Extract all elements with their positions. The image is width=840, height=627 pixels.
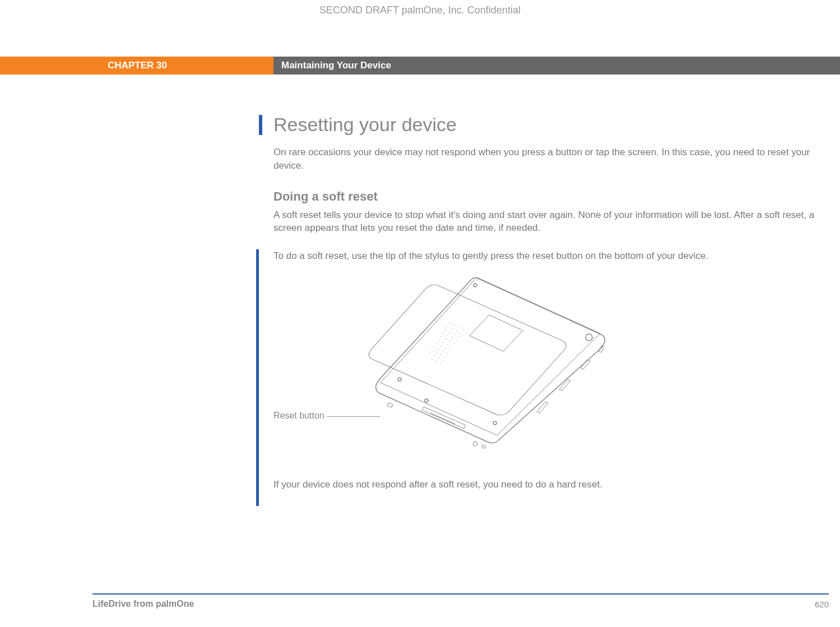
svg-point-21 xyxy=(456,340,457,341)
svg-point-4 xyxy=(493,421,496,425)
subsection-title: Doing a soft reset xyxy=(273,189,829,204)
svg-point-31 xyxy=(440,345,442,346)
section-intro: On rare occasions your device may not re… xyxy=(273,146,829,173)
svg-rect-0 xyxy=(366,282,570,417)
svg-point-1 xyxy=(474,284,477,287)
svg-point-49 xyxy=(440,363,442,364)
svg-point-20 xyxy=(452,337,453,338)
svg-point-29 xyxy=(452,346,453,347)
svg-point-18 xyxy=(443,333,444,334)
svg-point-36 xyxy=(443,351,444,352)
main-content: Resetting your device On rare occasions … xyxy=(273,114,829,506)
svg-point-38 xyxy=(431,350,433,351)
svg-point-47 xyxy=(431,359,433,360)
svg-point-19 xyxy=(447,335,448,336)
instruction-text: To do a soft reset, use the tip of the s… xyxy=(273,249,829,263)
svg-point-34 xyxy=(434,346,435,347)
svg-point-26 xyxy=(438,340,439,341)
svg-point-3 xyxy=(398,378,401,381)
followup-text: If your device does not respond after a … xyxy=(273,478,829,491)
reset-button-callout: Reset button xyxy=(273,411,324,421)
subsection-description: A soft reset tells your device to stop w… xyxy=(273,208,829,235)
instruction-block: To do a soft reset, use the tip of the s… xyxy=(256,249,829,506)
svg-point-22 xyxy=(440,336,442,337)
svg-point-13 xyxy=(461,333,462,334)
svg-point-37 xyxy=(447,353,448,354)
svg-point-30 xyxy=(436,343,437,344)
page-footer: LifeDrive from palmOne 620 xyxy=(92,593,829,609)
svg-point-33 xyxy=(449,350,451,351)
section-title: Resetting your device xyxy=(273,114,457,136)
svg-point-17 xyxy=(458,336,460,337)
section-marker-icon xyxy=(259,115,262,135)
svg-point-42 xyxy=(429,353,430,354)
svg-point-35 xyxy=(438,349,439,350)
svg-point-28 xyxy=(447,344,448,345)
svg-point-23 xyxy=(445,338,446,340)
svg-point-7 xyxy=(454,325,455,326)
section-heading-wrap: Resetting your device xyxy=(259,114,829,136)
svg-point-24 xyxy=(449,341,451,342)
svg-point-43 xyxy=(434,355,435,356)
svg-point-40 xyxy=(440,354,442,355)
svg-point-8 xyxy=(458,327,460,328)
svg-point-12 xyxy=(456,331,457,332)
svg-point-6 xyxy=(449,323,451,324)
svg-point-45 xyxy=(443,360,444,361)
svg-point-14 xyxy=(445,329,446,331)
svg-point-25 xyxy=(454,343,455,344)
device-figure: Reset button xyxy=(273,273,829,463)
footer-page-number: 620 xyxy=(815,600,829,609)
draft-notice: SECOND DRAFT palmOne, Inc. Confidential xyxy=(0,0,840,16)
svg-point-41 xyxy=(445,356,446,357)
svg-point-48 xyxy=(436,361,437,362)
svg-point-11 xyxy=(452,328,453,329)
svg-point-51 xyxy=(482,445,485,448)
svg-point-39 xyxy=(436,352,437,353)
svg-point-10 xyxy=(447,326,448,327)
svg-point-15 xyxy=(449,332,451,333)
chapter-number: CHAPTER 30 xyxy=(0,57,273,75)
svg-point-32 xyxy=(445,347,446,349)
device-illustration-icon xyxy=(366,273,607,452)
svg-point-46 xyxy=(427,356,428,357)
svg-point-2 xyxy=(586,334,592,341)
svg-point-44 xyxy=(438,357,439,359)
svg-point-50 xyxy=(473,442,477,446)
chapter-bar: CHAPTER 30 Maintaining Your Device xyxy=(0,57,840,75)
svg-point-27 xyxy=(443,342,444,343)
svg-point-5 xyxy=(425,399,428,402)
svg-point-9 xyxy=(463,329,464,331)
chapter-title: Maintaining Your Device xyxy=(273,57,840,75)
footer-product: LifeDrive from palmOne xyxy=(92,599,194,609)
svg-point-16 xyxy=(454,334,455,335)
